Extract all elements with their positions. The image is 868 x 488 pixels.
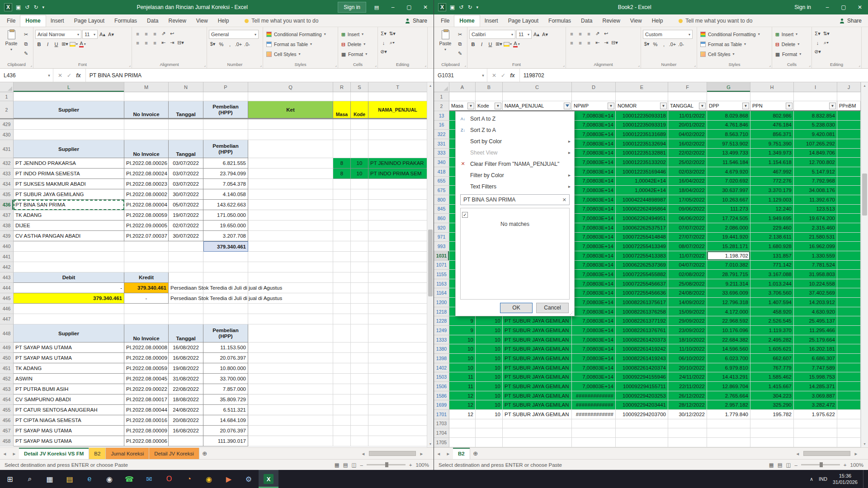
cell-P432[interactable]: 6.821.555	[203, 158, 248, 169]
cell-T443[interactable]	[368, 272, 427, 283]
cell-F971[interactable]: 27/07/2022	[668, 233, 707, 242]
cell-G418[interactable]: 4.679.920	[707, 167, 750, 177]
font-size-combo[interactable]: 11▾	[82, 30, 98, 39]
cell-R453[interactable]	[333, 384, 351, 394]
cell-E1164[interactable]: 100072255456636	[616, 288, 668, 298]
cell-M440[interactable]	[124, 241, 169, 252]
cell-T444[interactable]	[368, 283, 427, 293]
increase-decimal-button[interactable]: .0+	[669, 40, 676, 48]
cell-P2[interactable]: Pembelian (HPP)	[203, 101, 248, 118]
sheet-nav-left-icon[interactable]: ◂	[0, 448, 9, 459]
name-box-dropdown-icon[interactable]: ▾	[45, 69, 53, 82]
cell-D860[interactable]: 7,00803E+14	[572, 214, 616, 223]
cell-P437[interactable]: 171.050.000	[203, 210, 248, 221]
cell-S442[interactable]	[351, 262, 368, 272]
row-header-675[interactable]: 675	[434, 186, 449, 195]
new-sheet-button[interactable]: ⊕	[199, 448, 210, 459]
autosum-button[interactable]: Σ▾	[814, 30, 821, 38]
cell-D13[interactable]: 7,00803E+14	[572, 111, 616, 121]
page-layout-view-icon[interactable]: ▤	[778, 462, 783, 468]
name-box[interactable]: L436	[0, 69, 45, 82]
cell-G800[interactable]: 10.263.667	[707, 195, 750, 205]
edge-icon[interactable]: e	[80, 470, 99, 488]
row-header-860[interactable]: 860	[434, 214, 449, 223]
shrink-font-button[interactable]: A▾	[107, 31, 115, 38]
cell-R1[interactable]	[333, 92, 351, 101]
cell-D1704[interactable]	[572, 428, 616, 438]
v-scroll-thumb[interactable]	[428, 230, 433, 296]
cell-S447[interactable]	[351, 314, 368, 324]
row-header-1705[interactable]: 1705	[434, 438, 449, 447]
cell-J1155[interactable]	[837, 270, 861, 279]
grow-font-button[interactable]: A▴	[533, 31, 540, 38]
autosum-button[interactable]: Σ▾	[380, 30, 387, 38]
delete-button[interactable]: ⊟Delete▾	[774, 40, 802, 48]
cell-J322[interactable]	[837, 130, 861, 139]
row-header-1155[interactable]: 1155	[434, 270, 449, 279]
cell-S430[interactable]	[351, 130, 368, 140]
cell-Q440[interactable]	[248, 241, 333, 252]
cell-J993[interactable]	[837, 242, 861, 251]
clear-button[interactable]: ⊘▾	[814, 48, 821, 56]
cell-L429[interactable]	[14, 119, 124, 130]
cell-R440[interactable]	[333, 241, 351, 252]
row-header-443[interactable]: 443	[0, 272, 14, 283]
align-left-icon[interactable]: ≡	[568, 39, 576, 47]
cell-E655[interactable]: 1,00042E+14	[616, 177, 668, 186]
filter-header-kode[interactable]: Kode▼	[476, 101, 503, 111]
cell-S441[interactable]	[351, 252, 368, 262]
filter-header-masa[interactable]: Masa▼	[449, 101, 476, 111]
cell-A1249[interactable]: 9	[449, 326, 476, 335]
cell-T458[interactable]	[368, 436, 427, 446]
cell-E1703[interactable]	[616, 419, 668, 429]
cell-C1705[interactable]	[503, 438, 572, 447]
clock[interactable]: 15:36 31/01/2026	[833, 473, 858, 486]
cell-Q450[interactable]	[248, 353, 333, 363]
increase-indent-icon[interactable]: ⇥	[602, 39, 610, 47]
cell-R2[interactable]: Masa	[333, 101, 351, 118]
cell-B1703[interactable]	[476, 419, 503, 429]
cell-E340[interactable]: 100012235133202	[616, 158, 668, 167]
cell-A1506[interactable]: 11	[449, 382, 476, 391]
cell-J1249[interactable]	[837, 326, 861, 335]
cell-A1701[interactable]: 12	[449, 410, 476, 419]
tab-formulas[interactable]: Formulas	[543, 15, 576, 27]
cell-F340[interactable]: 25/02/2022	[668, 158, 707, 167]
cell-G1155[interactable]: 28.791.715	[707, 270, 750, 279]
enter-icon[interactable]: ✓	[501, 72, 505, 79]
chrome-icon[interactable]: ◉	[99, 470, 119, 488]
row-header-451[interactable]: 451	[0, 363, 14, 374]
cell-E971[interactable]: 100072255414848	[616, 233, 668, 242]
cell-S452[interactable]	[351, 374, 368, 384]
sheet-tab-b2[interactable]: B2	[89, 448, 106, 459]
merge-center-button[interactable]: ⊟▾	[177, 39, 184, 47]
cell-T455[interactable]	[368, 405, 427, 415]
align-top-icon[interactable]: ≡	[568, 30, 576, 38]
cell-G971[interactable]: 19.441.920	[707, 233, 750, 242]
cell-M457[interactable]: PI.2022.08.00009	[124, 426, 169, 436]
row-header-439[interactable]: 439	[0, 231, 14, 241]
cell-Q454[interactable]	[248, 394, 333, 405]
cell-L454[interactable]: CV SAMPURNO ABADI	[14, 394, 124, 405]
normal-view-icon[interactable]: ▦	[769, 462, 774, 468]
cell-N450[interactable]: 16/08/2022	[169, 353, 203, 363]
cell-G1164[interactable]: 33.696.009	[707, 288, 750, 298]
filter-dropdown-icon-F[interactable]: ▼	[699, 103, 706, 109]
cell-J845[interactable]	[837, 205, 861, 214]
format-as-table-button[interactable]: Format as Table▾	[699, 40, 761, 48]
zoom-in-icon[interactable]: +	[409, 462, 412, 468]
cell-T456[interactable]	[368, 415, 427, 426]
cell-R441[interactable]	[333, 252, 351, 262]
undo-icon[interactable]: ↺	[25, 4, 29, 10]
tab-page-layout[interactable]: Page Layout	[69, 15, 109, 27]
cell-P450[interactable]: 20.076.397	[203, 353, 248, 363]
clear-button[interactable]: ⊘▾	[380, 48, 387, 56]
cell-D1[interactable]	[572, 92, 616, 101]
row-header-971[interactable]: 971	[434, 233, 449, 242]
cell-I920[interactable]: 2.315.460	[794, 223, 837, 233]
cell-D1218[interactable]: 7,00803E+14	[572, 307, 616, 317]
v-scroll-thumb[interactable]	[862, 174, 867, 216]
cell-T2[interactable]: NAMA_PENJUAL	[368, 101, 427, 118]
cell-S449[interactable]	[351, 343, 368, 353]
fill-button[interactable]: ↓	[380, 39, 387, 47]
